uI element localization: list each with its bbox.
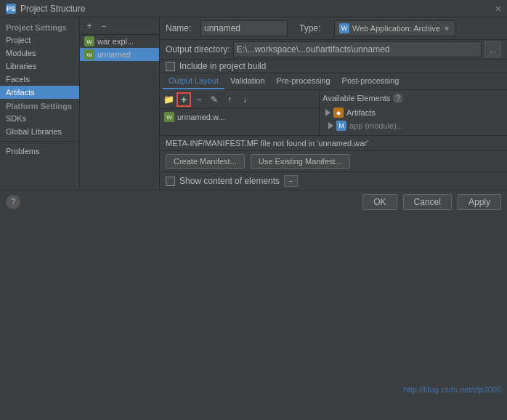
artifacts-icon: ◆: [333, 108, 344, 118]
output-file-unnamed-war[interactable]: W unnamed.w...: [161, 110, 317, 124]
artifacts-tree: + − W war expl... W unnamed: [80, 17, 160, 190]
type-dropdown[interactable]: W Web Application: Archive ▼: [334, 20, 455, 36]
show-content-checkbox[interactable]: [166, 177, 175, 186]
name-input[interactable]: [200, 20, 288, 36]
available-elements-panel: Available Elements ? ◆ Artifacts M app (…: [320, 90, 507, 135]
available-elements-header: Available Elements ?: [323, 93, 504, 103]
ok-button[interactable]: OK: [362, 194, 397, 210]
output-area: 📁 + − ✎ ↑ ↓ W unnamed.w...: [160, 90, 507, 135]
output-toolbar: 📁 + − ✎ ↑ ↓: [160, 90, 319, 109]
sidebar-item-artifacts[interactable]: Artifacts: [0, 86, 79, 99]
unnamed-label: unnamed: [97, 50, 131, 59]
app-icon: PS: [6, 4, 16, 14]
available-elements-help[interactable]: ?: [393, 93, 403, 103]
watermark: http://blog.csdn.net/zlp3000: [403, 385, 501, 394]
warning-row: META-INF/MANIFEST.MF file not found in '…: [160, 135, 507, 150]
name-label: Name:: [166, 23, 195, 33]
output-remove-btn[interactable]: −: [192, 92, 206, 107]
title-bar-text: Project Structure: [20, 4, 85, 14]
browse-button[interactable]: ...: [484, 41, 501, 57]
tree-toolbar: + −: [80, 17, 159, 35]
create-manifest-button[interactable]: Create Manifest...: [166, 154, 245, 169]
artifacts-expand-icon: [325, 109, 330, 116]
bottom-bar: ? OK Cancel Apply: [0, 190, 507, 213]
show-content-label: Show content of elements: [179, 176, 280, 186]
remove-artifact-button[interactable]: −: [97, 20, 110, 33]
add-artifact-button[interactable]: +: [83, 20, 96, 33]
output-folder-btn[interactable]: 📁: [161, 92, 176, 107]
war-file-icon: W: [164, 112, 174, 122]
tab-validation[interactable]: Validation: [224, 73, 271, 89]
output-dir-label: Output directory:: [166, 44, 230, 54]
close-button[interactable]: ×: [495, 4, 501, 14]
tab-output-layout[interactable]: Output Layout: [163, 73, 224, 89]
type-icon: W: [339, 23, 349, 33]
include-row: Include in project build: [160, 60, 507, 73]
sidebar-item-libraries[interactable]: Libraries: [0, 60, 79, 73]
include-label: Include in project build: [179, 61, 266, 71]
sidebar-item-facets[interactable]: Facets: [0, 73, 79, 86]
type-dropdown-arrow: ▼: [443, 25, 450, 33]
sidebar-item-project[interactable]: Project: [0, 33, 79, 47]
avail-item-artifacts[interactable]: ◆ Artifacts: [323, 106, 504, 119]
output-add-btn[interactable]: +: [177, 92, 191, 107]
tree-item-label: war expl...: [97, 37, 134, 46]
tab-preprocessing[interactable]: Pre-processing: [271, 73, 336, 89]
sidebar-item-sdks[interactable]: SDKs: [0, 112, 79, 125]
war-file-label: unnamed.w...: [177, 113, 224, 121]
show-content-row: Show content of elements −: [160, 171, 507, 190]
name-type-row: Name: Type: W Web Application: Archive ▼: [160, 17, 507, 40]
main-panel: Project Settings Project Modules Librari…: [0, 17, 507, 190]
warning-text: META-INF/MANIFEST.MF file not found in '…: [166, 139, 368, 148]
avail-header-label: Available Elements: [323, 94, 390, 102]
avail-app-module-label: app (module)...: [349, 121, 403, 130]
tree-item-war-exploded[interactable]: W war expl...: [80, 35, 159, 48]
project-settings-title: Project Settings: [0, 20, 79, 33]
help-button[interactable]: ?: [6, 195, 20, 209]
sidebar-item-modules[interactable]: Modules: [0, 47, 79, 60]
show-content-collapse-btn[interactable]: −: [284, 175, 297, 187]
output-dir-input[interactable]: [233, 41, 482, 57]
left-sidebar: Project Settings Project Modules Librari…: [0, 17, 80, 190]
title-bar: PS Project Structure ×: [0, 0, 507, 17]
tabs-row: Output Layout Validation Pre-processing …: [160, 73, 507, 90]
inner-layout: + − W war expl... W unnamed Name: Type: …: [80, 17, 507, 190]
app-module-icon: M: [336, 121, 346, 131]
apply-button[interactable]: Apply: [458, 194, 501, 210]
avail-artifacts-label: Artifacts: [346, 108, 376, 117]
details-panel: Name: Type: W Web Application: Archive ▼…: [160, 17, 507, 190]
tab-postprocessing[interactable]: Post-processing: [336, 73, 405, 89]
type-value: Web Application: Archive: [352, 24, 440, 33]
avail-item-app-module[interactable]: M app (module)...: [323, 119, 504, 132]
type-label: Type:: [299, 23, 328, 33]
use-existing-manifest-button[interactable]: Use Existing Manifest...: [251, 154, 350, 169]
manifest-row: Create Manifest... Use Existing Manifest…: [160, 150, 507, 171]
unnamed-icon: W: [84, 49, 94, 60]
bottom-right-buttons: OK Cancel Apply: [362, 194, 501, 210]
tree-item-unnamed[interactable]: W unnamed: [80, 48, 159, 61]
platform-settings-title: Platform Settings: [0, 99, 79, 112]
output-edit-btn[interactable]: ✎: [207, 92, 222, 107]
include-checkbox[interactable]: [166, 62, 175, 71]
output-dir-row: Output directory: ...: [160, 40, 507, 60]
output-file-tree: 📁 + − ✎ ↑ ↓ W unnamed.w...: [160, 90, 320, 135]
sidebar-item-global-libraries[interactable]: Global Libraries: [0, 125, 79, 138]
output-down-btn[interactable]: ↓: [238, 92, 252, 107]
sidebar-item-problems[interactable]: Problems: [0, 145, 79, 158]
output-files-list: W unnamed.w...: [160, 109, 319, 135]
app-module-expand-icon: [328, 122, 333, 129]
output-up-btn[interactable]: ↑: [222, 92, 237, 107]
cancel-button[interactable]: Cancel: [403, 194, 452, 210]
war-exploded-icon: W: [84, 36, 94, 47]
